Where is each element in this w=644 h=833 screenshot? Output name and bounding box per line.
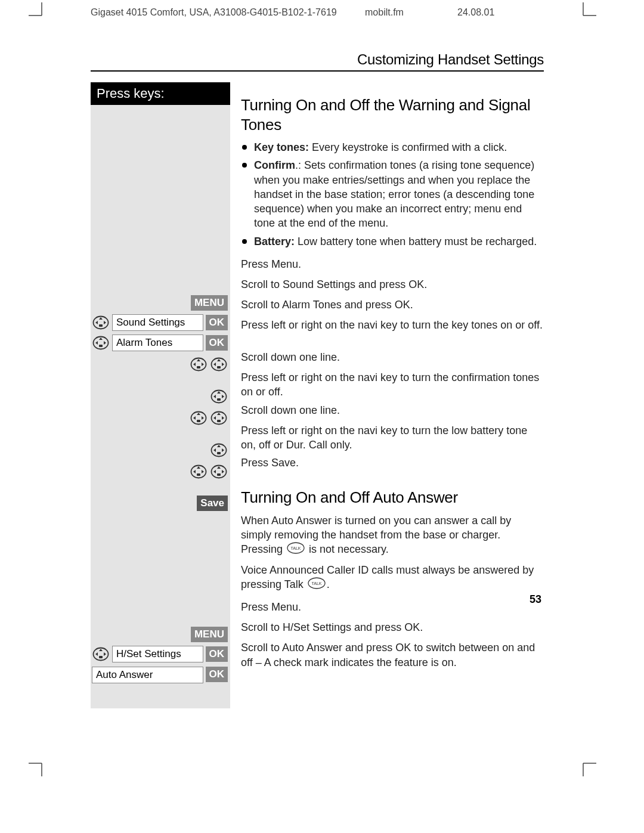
s2-left-row-1: H/Set SettingsOK <box>91 644 230 664</box>
step-text: Scroll to Auto Answer and press OK to sw… <box>241 638 544 670</box>
svg-rect-3 <box>99 345 103 347</box>
softkey-menu: MENU <box>191 295 228 311</box>
step-text: Scroll down one line. <box>241 401 544 420</box>
s1-left-row-6 <box>91 440 230 460</box>
softkey-save: Save <box>197 496 228 511</box>
navkey-right-icon <box>210 355 228 373</box>
svg-rect-5 <box>197 366 200 368</box>
svg-rect-15 <box>217 452 221 454</box>
svg-rect-9 <box>217 398 221 401</box>
navkey-icon <box>210 388 228 405</box>
section-heading-autoanswer: Turning On and Off Auto Answer <box>241 488 544 507</box>
svg-rect-1 <box>99 324 103 327</box>
step-text: Scroll down one line. <box>241 348 544 367</box>
s1-left-row-0: MENU <box>91 293 230 312</box>
section-title: Customizing Handset Settings <box>357 51 544 67</box>
step-text: Scroll to Sound Settings and press OK. <box>241 275 544 294</box>
section-heading-tones: Turning On and Off the Warning and Signa… <box>241 95 544 134</box>
s1-left-row-1: Sound SettingsOK <box>91 312 230 333</box>
paragraph: When Auto Answer is turned on you can an… <box>241 513 544 558</box>
softkey-ok: OK <box>206 646 228 662</box>
bullet-item: Battery: Low battery tone when battery m… <box>241 234 544 249</box>
menu-field: Auto Answer <box>92 667 203 683</box>
navkey-icon <box>92 314 110 332</box>
navkey-left-icon <box>190 463 208 481</box>
step-text: Press Save. <box>241 453 544 472</box>
svg-rect-17 <box>197 473 200 476</box>
header-product: Gigaset 4015 Comfort, USA, A31008-G4015-… <box>91 7 365 18</box>
navkey-right-icon <box>210 409 228 427</box>
page: Gigaset 4015 Comfort, USA, A31008-G4015-… <box>50 0 584 708</box>
softkey-ok: OK <box>206 667 228 682</box>
step-text: Press Menu. <box>241 255 544 274</box>
header-file: mobilt.fm <box>365 7 457 18</box>
svg-rect-19 <box>217 473 221 476</box>
s2-left-row-2: Auto AnswerOK <box>91 664 230 698</box>
s1-left-row-2: Alarm TonesOK <box>91 333 230 353</box>
bullet-bold: Key tones: <box>254 141 309 153</box>
right-column: Turning On and Off the Warning and Signa… <box>230 82 544 708</box>
navkey-left-icon <box>190 409 208 427</box>
left-column: Press keys: MENUSound SettingsOKAlarm To… <box>91 82 230 708</box>
s1-left-row-4 <box>91 386 230 407</box>
navkey-icon <box>92 334 110 352</box>
softkey-menu: MENU <box>191 627 228 642</box>
crop-mark-br <box>578 758 596 776</box>
step-text: Scroll to H/Set Settings and press OK. <box>241 618 544 637</box>
left-spacer <box>91 513 230 625</box>
s1-left-row-8: Save <box>91 494 230 513</box>
svg-rect-13 <box>217 420 221 422</box>
bullet-item: Confirm.: Sets confirmation tones (a ris… <box>241 158 544 230</box>
softkey-ok: OK <box>206 315 228 330</box>
step-text: Press left or right on the navi key to t… <box>241 368 544 400</box>
step-text: Press left or right on the navi key to t… <box>241 315 544 346</box>
page-number: 53 <box>530 593 541 606</box>
bullet-item: Key tones: Every keystroke is confirmed … <box>241 140 544 154</box>
navkey-left-icon <box>190 355 208 373</box>
svg-text:TALK: TALK <box>291 546 301 550</box>
step-text: Scroll to Alarm Tones and press OK. <box>241 295 544 314</box>
s2-left-row-0: MENU <box>91 625 230 644</box>
s1-left-row-5 <box>91 407 230 440</box>
svg-rect-11 <box>197 420 200 422</box>
columns: Press keys: MENUSound SettingsOKAlarm To… <box>91 82 544 708</box>
s1-left-row-3 <box>91 353 230 386</box>
press-keys-bar: Press keys: <box>91 82 230 105</box>
svg-rect-21 <box>99 656 103 658</box>
navkey-right-icon <box>210 463 228 481</box>
svg-text:TALK: TALK <box>311 581 321 586</box>
crop-mark-tl <box>29 2 47 20</box>
bullet-list-tones: Key tones: Every keystroke is confirmed … <box>241 140 544 249</box>
s1-left-row-7 <box>91 460 230 494</box>
step-text: Press left or right on the navi key to t… <box>241 421 544 453</box>
section-title-wrap: Customizing Handset Settings <box>91 51 544 72</box>
navkey-icon <box>92 645 110 663</box>
menu-field: H/Set Settings <box>112 646 203 662</box>
talk-icon: TALK <box>308 577 326 593</box>
softkey-ok: OK <box>206 335 228 351</box>
navkey-icon <box>210 441 228 459</box>
paragraph: Voice Announced Caller ID calls must alw… <box>241 563 544 593</box>
step-text: Press Menu. <box>241 597 544 617</box>
talk-icon: TALK <box>287 542 305 558</box>
menu-field: Sound Settings <box>112 314 203 331</box>
left-spacer <box>91 105 230 293</box>
svg-rect-7 <box>217 366 221 368</box>
crop-mark-bl <box>29 758 47 776</box>
header-date: 24.08.01 <box>457 7 494 18</box>
header-line: Gigaset 4015 Comfort, USA, A31008-G4015-… <box>50 0 584 23</box>
bullet-bold: Confirm <box>254 159 295 171</box>
menu-field: Alarm Tones <box>112 335 203 351</box>
bullet-bold: Battery: <box>254 236 295 247</box>
